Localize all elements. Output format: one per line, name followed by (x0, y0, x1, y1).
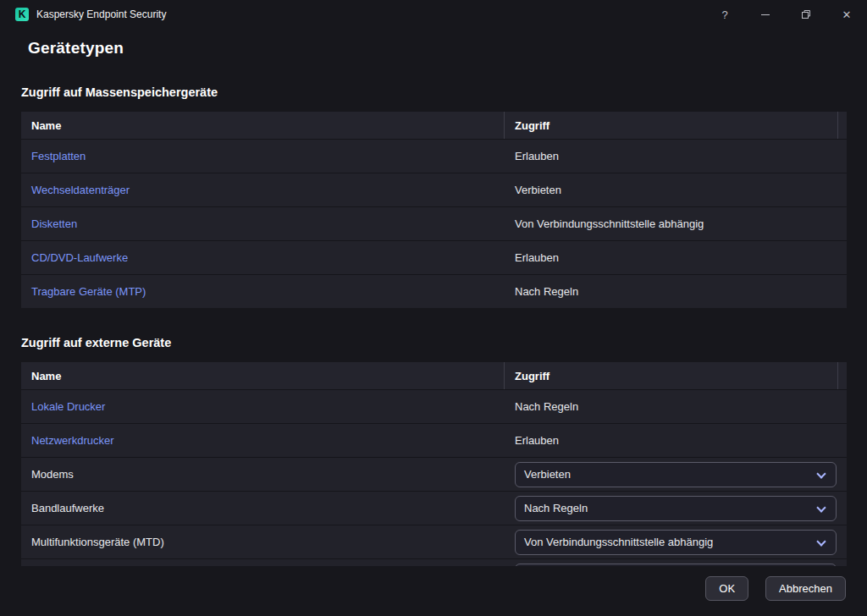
name-cell: Modems (21, 468, 505, 481)
section-mass-storage: Zugriff auf MassenspeichergeräteNameZugr… (21, 85, 847, 308)
table-row: WechseldatenträgerVerbieten (21, 173, 847, 206)
table-row: Multifunktionsgeräte (MTD)Von Verbindung… (21, 525, 847, 558)
table-row: Tragbare Geräte (MTP)Nach Regeln (21, 274, 847, 308)
column-header-access: Zugriff (505, 362, 838, 389)
access-select-value: Von Verbindungsschnittstelle abhängig (524, 536, 713, 548)
access-cell: Erlauben (505, 434, 847, 447)
table-row: BandlaufwerkeNach Regeln (21, 491, 847, 525)
device-link[interactable]: Festplatten (31, 150, 86, 162)
access-value: Nach Regeln (515, 400, 578, 413)
table-row: NetzwerkdruckerErlauben (21, 423, 847, 457)
access-select-value: Nach Regeln (524, 502, 588, 514)
device-label: Modems (31, 468, 74, 481)
chevron-down-icon (816, 469, 826, 478)
device-table-mass-storage: NameZugriffFestplattenErlaubenWechseldat… (21, 112, 847, 308)
table-row: FestplattenErlauben (21, 139, 847, 173)
device-label: Multifunktionsgeräte (MTD) (31, 536, 164, 548)
device-link[interactable]: Wechseldatenträger (31, 184, 130, 196)
device-link[interactable]: Lokale Drucker (31, 400, 105, 413)
access-cell: Erlauben (505, 251, 847, 264)
scrollbar-gutter (838, 112, 847, 139)
device-link[interactable]: Disketten (31, 217, 77, 230)
column-header-access: Zugriff (505, 112, 838, 139)
minimize-button[interactable] (745, 0, 786, 29)
access-cell: Erlauben (505, 150, 847, 162)
access-cell: Nach Regeln (505, 496, 847, 521)
section-heading: Zugriff auf Massenspeichergeräte (21, 85, 847, 99)
access-select-value: Verbieten (524, 468, 571, 481)
device-label: Bandlaufwerke (31, 502, 104, 514)
name-cell: Multifunktionsgeräte (MTD) (21, 536, 505, 548)
section-heading: Zugriff auf externe Geräte (21, 336, 847, 349)
sections: Zugriff auf MassenspeichergeräteNameZugr… (21, 85, 847, 566)
name-cell: Disketten (21, 217, 505, 230)
window-controls: ? ✕ (704, 0, 867, 29)
table-header-row: NameZugriff (21, 362, 847, 389)
name-cell: Festplatten (21, 150, 505, 162)
access-value: Verbieten (515, 184, 561, 196)
chevron-down-icon (816, 503, 826, 512)
restore-icon (801, 9, 811, 19)
access-value: Erlauben (515, 150, 559, 162)
access-value: Erlauben (515, 434, 559, 447)
name-cell: CD/DVD-Laufwerke (21, 251, 505, 264)
device-link[interactable]: Tragbare Geräte (MTP) (31, 285, 146, 298)
clipped-row (21, 558, 847, 566)
access-value: Erlauben (515, 251, 559, 264)
titlebar: K Kaspersky Endpoint Security ? ✕ (0, 0, 867, 29)
section-external-devices: Zugriff auf externe GeräteNameZugriffLok… (21, 336, 847, 566)
chevron-down-icon (816, 536, 826, 546)
minimize-icon (761, 14, 770, 15)
name-cell: Lokale Drucker (21, 400, 505, 413)
name-cell: Wechseldatenträger (21, 184, 505, 196)
access-cell: Nach Regeln (505, 285, 847, 298)
table-row: Lokale DruckerNach Regeln (21, 389, 847, 423)
table-row: CD/DVD-LaufwerkeErlauben (21, 240, 847, 274)
name-cell: Tragbare Geräte (MTP) (21, 285, 505, 298)
name-cell: Bandlaufwerke (21, 502, 505, 514)
footer-buttons: OK Abbrechen (705, 576, 846, 601)
device-link[interactable]: CD/DVD-Laufwerke (31, 251, 128, 264)
access-value: Nach Regeln (515, 285, 578, 298)
access-select[interactable]: Nach Regeln (515, 496, 837, 521)
column-header-name: Name (21, 112, 505, 139)
access-cell: Nach Regeln (505, 400, 847, 413)
table-header-row: NameZugriff (21, 112, 847, 139)
close-button[interactable]: ✕ (826, 0, 867, 29)
cancel-button[interactable]: Abbrechen (765, 576, 846, 601)
access-cell: Von Verbindungsschnittstelle abhängig (505, 217, 847, 230)
maximize-button[interactable] (786, 0, 826, 29)
help-button[interactable]: ? (704, 0, 745, 29)
table-row: DiskettenVon Verbindungsschnittstelle ab… (21, 206, 847, 240)
access-value: Von Verbindungsschnittstelle abhängig (515, 217, 704, 230)
access-cell: Von Verbindungsschnittstelle abhängig (505, 530, 847, 555)
column-header-name: Name (21, 362, 505, 389)
access-cell: Verbieten (505, 184, 847, 196)
device-link[interactable]: Netzwerkdrucker (31, 434, 114, 447)
access-cell: Verbieten (505, 462, 847, 487)
access-select[interactable]: Verbieten (515, 462, 837, 487)
access-select[interactable]: Von Verbindungsschnittstelle abhängig (515, 530, 837, 555)
app-title: Kaspersky Endpoint Security (36, 8, 166, 20)
device-table-external-devices: NameZugriffLokale DruckerNach RegelnNetz… (21, 362, 847, 566)
table-row: ModemsVerbieten (21, 457, 847, 491)
scrollbar-gutter (838, 362, 847, 389)
name-cell: Netzwerkdrucker (21, 434, 505, 447)
page-title: Gerätetypen (28, 39, 867, 58)
clipped-access-select (515, 564, 837, 566)
kaspersky-logo-icon: K (15, 8, 29, 21)
ok-button[interactable]: OK (705, 576, 748, 601)
